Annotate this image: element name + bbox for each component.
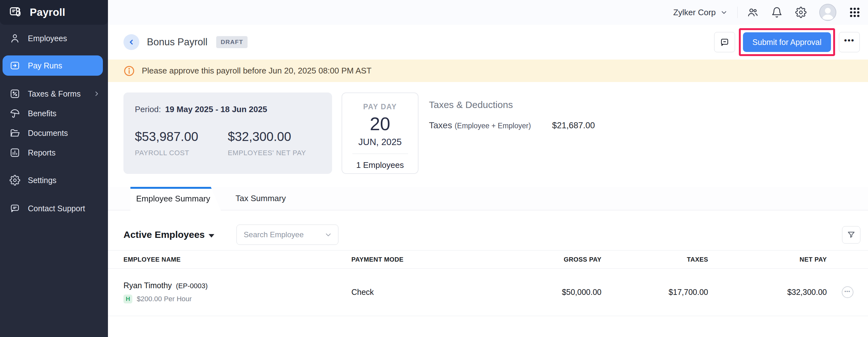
employee-rate-line: H $200.00 Per Hour	[123, 295, 351, 303]
column-header-taxes: TAXES	[601, 256, 708, 263]
taxes-deductions-section: Taxes & Deductions Taxes (Employee + Emp…	[429, 92, 595, 130]
employee-filter-label: Active Employees	[123, 229, 205, 240]
pay-day-divider	[352, 154, 408, 154]
sidebar-item-employees[interactable]: Employees	[0, 29, 108, 48]
org-name: Zylker Corp	[673, 8, 716, 18]
pay-day-number: 20	[370, 113, 390, 134]
page-header-left: Bonus Payroll DRAFT	[123, 34, 248, 50]
employee-count: 1 Employees	[356, 160, 404, 170]
row-actions-cell: •••	[827, 286, 868, 298]
more-button[interactable]: •••	[839, 32, 860, 52]
banner-message: Please approve this payroll before Jun 2…	[142, 66, 372, 76]
sidebar-item-label: Contact Support	[28, 204, 85, 213]
info-icon	[123, 65, 135, 76]
bell-icon	[771, 7, 782, 18]
active-tab-accent	[130, 187, 222, 189]
employee-toolbar: Active Employees	[108, 210, 868, 245]
net-pay-label: EMPLOYEES' NET PAY	[228, 149, 321, 157]
search-employee-input[interactable]	[244, 230, 324, 239]
comments-button[interactable]	[714, 32, 735, 52]
column-header-net-pay: NET PAY	[708, 256, 827, 263]
folder-icon	[9, 128, 20, 139]
sidebar-item-taxes-forms[interactable]: Taxes & Forms	[0, 84, 108, 103]
payroll-cost: $53,987.00 PAYROLL COST	[135, 129, 228, 157]
pay-runs-icon	[9, 60, 20, 71]
umbrella-icon	[9, 108, 20, 119]
org-switcher[interactable]: Zylker Corp	[673, 8, 728, 18]
submit-for-approval-button[interactable]: Submit for Approval	[743, 32, 831, 52]
column-header-employee-name: EMPLOYEE NAME	[123, 256, 351, 263]
employees-net-pay: $32,300.00 EMPLOYEES' NET PAY	[228, 129, 321, 157]
employee-name[interactable]: Ryan Timothy	[123, 281, 172, 290]
payroll-logo-icon	[9, 5, 24, 20]
sidebar-item-contact-support[interactable]: Contact Support	[0, 198, 108, 218]
caret-down-icon	[209, 234, 214, 238]
chevron-right-icon	[93, 91, 100, 97]
taxes-row-label: Taxes	[429, 120, 452, 130]
filter-button[interactable]	[842, 226, 860, 244]
search-employee-combobox[interactable]	[237, 224, 338, 245]
more-icon: •••	[844, 40, 855, 44]
payment-mode-cell: Check	[351, 287, 488, 297]
period-value: 19 May 2025 - 18 Jun 2025	[165, 104, 267, 114]
table-header-row: EMPLOYEE NAME PAYMENT MODE GROSS PAY TAX…	[108, 250, 868, 269]
table-row[interactable]: Ryan Timothy (EP-0003) H $200.00 Per Hou…	[108, 269, 868, 316]
employee-cell: Ryan Timothy (EP-0003) H $200.00 Per Hou…	[123, 281, 351, 303]
pay-day-label: PAY DAY	[363, 103, 397, 111]
bar-chart-icon	[9, 147, 20, 158]
status-badge: DRAFT	[216, 36, 248, 48]
summary-section: Period: 19 May 2025 - 18 Jun 2025 $53,98…	[108, 82, 868, 174]
sidebar-item-reports[interactable]: Reports	[0, 143, 108, 162]
gear-icon	[9, 175, 20, 186]
chat-bubble-icon	[9, 203, 20, 214]
sidebar-item-pay-runs[interactable]: Pay Runs	[3, 55, 103, 76]
employee-pay-rate: $200.00 Per Hour	[137, 295, 192, 303]
annotation-highlight-box: Submit for Approval	[739, 28, 835, 56]
row-more-button[interactable]: •••	[842, 286, 854, 298]
tab-tax-summary[interactable]: Tax Summary	[236, 187, 286, 210]
taxes-row: Taxes (Employee + Employer) $21,687.00	[429, 120, 595, 130]
column-header-gross-pay: GROSS PAY	[488, 256, 601, 263]
comment-icon	[720, 37, 730, 47]
sidebar-nav: Employees Pay Runs Taxes & Forms	[0, 25, 108, 218]
sidebar-item-benefits[interactable]: Benefits	[0, 103, 108, 123]
users-button[interactable]	[747, 7, 758, 18]
sidebar: Payroll Employees Pay Runs	[0, 0, 108, 337]
period-label: Period:	[135, 104, 161, 114]
taxes-row-value: $21,687.00	[552, 121, 595, 130]
gear-icon	[795, 7, 807, 18]
gross-pay-cell: $50,000.00	[488, 287, 601, 297]
sidebar-item-label: Pay Runs	[28, 61, 62, 70]
approval-warning-banner: Please approve this payroll before Jun 2…	[108, 60, 868, 82]
employee-filter-dropdown[interactable]: Active Employees	[123, 229, 214, 240]
notifications-button[interactable]	[771, 7, 782, 18]
person-icon	[9, 33, 20, 44]
tabs: Employee Summary Tax Summary	[108, 187, 868, 210]
page-header-actions: Submit for Approval •••	[714, 28, 860, 56]
topbar-divider	[737, 7, 738, 18]
period-amounts: $53,987.00 PAYROLL COST $32,300.00 EMPLO…	[135, 129, 321, 157]
topbar: Zylker Corp	[108, 0, 868, 25]
settings-button[interactable]	[795, 7, 807, 18]
employee-id: (EP-0003)	[176, 282, 208, 290]
sidebar-item-label: Settings	[28, 176, 56, 185]
taxes-deductions-heading: Taxes & Deductions	[429, 99, 595, 110]
sidebar-item-label: Taxes & Forms	[28, 89, 81, 98]
sidebar-item-documents[interactable]: Documents	[0, 123, 108, 143]
pay-day-month-year: JUN, 2025	[358, 137, 402, 147]
sidebar-item-settings[interactable]: Settings	[0, 171, 108, 190]
tab-employee-summary[interactable]: Employee Summary	[130, 187, 222, 211]
users-icon	[747, 7, 758, 18]
chevron-down-icon	[324, 231, 332, 239]
period-line: Period: 19 May 2025 - 18 Jun 2025	[135, 104, 321, 114]
sidebar-item-label: Employees	[28, 34, 67, 43]
apps-grid-button[interactable]	[849, 7, 860, 18]
taxes-row-label-detail: (Employee + Employer)	[455, 122, 531, 130]
pay-day-card: PAY DAY 20 JUN, 2025 1 Employees	[342, 92, 418, 174]
back-button[interactable]	[123, 34, 139, 50]
avatar[interactable]	[819, 4, 836, 21]
sidebar-item-label: Reports	[28, 148, 56, 157]
chevron-down-icon	[720, 8, 728, 16]
sidebar-item-label: Documents	[28, 129, 68, 138]
net-pay-amount: $32,300.00	[228, 129, 321, 144]
